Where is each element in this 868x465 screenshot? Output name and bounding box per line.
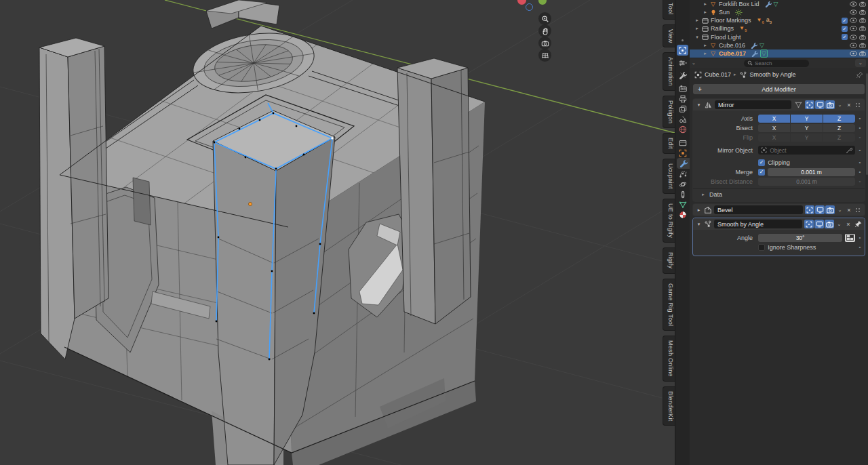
pin-icon[interactable] (856, 71, 863, 79)
pan-button[interactable] (538, 24, 551, 37)
bevel-name-field[interactable]: Bevel (714, 205, 803, 214)
camera-view-button[interactable] (538, 37, 551, 49)
toggle-edit-mode-icon[interactable] (805, 100, 814, 109)
outliner-row-flood-light[interactable]: ▾ Flood Light ✓ (690, 33, 868, 41)
outliner-row-forklift-box-lid[interactable]: ▸ ▽ Forklift Box Lid ▽ (690, 0, 868, 8)
input-attribute-toggle[interactable] (845, 234, 855, 242)
disable-render-camera-icon[interactable] (859, 9, 866, 15)
delete-modifier-icon[interactable]: × (845, 207, 853, 214)
collection-checkbox[interactable]: ✓ (842, 18, 848, 24)
filter-dropdown-button[interactable]: ⌄ (855, 59, 866, 67)
disable-render-camera-icon[interactable] (859, 1, 866, 7)
sidebar-tab-ue-to-rigify[interactable]: UE to Rigify (663, 199, 675, 243)
mirror-name-field[interactable]: Mirror (715, 100, 791, 109)
axis-z-button[interactable]: Z (823, 115, 855, 123)
ignore-sharpness-checkbox[interactable] (758, 244, 765, 251)
animate-dot[interactable]: • (855, 235, 865, 241)
display-filter-button[interactable] (677, 58, 688, 67)
extras-dropdown-icon[interactable]: ⌄ (836, 222, 842, 227)
tab-tool[interactable] (675, 70, 690, 80)
tab-scene[interactable] (675, 114, 690, 124)
disable-render-camera-icon[interactable] (859, 43, 866, 48)
merge-checkbox[interactable]: ✓ (758, 169, 765, 176)
flip-z-button[interactable]: Z (823, 134, 855, 142)
data-subpanel-header[interactable]: ▸ Data (693, 188, 865, 198)
toggle-on-cage-icon[interactable] (793, 100, 803, 109)
tab-object-constraints[interactable] (675, 189, 690, 199)
drag-handle-icon[interactable] (855, 207, 862, 213)
outliner-row-floor-markings[interactable]: ▸ Floor Markings ▼6 a3 ✓ (690, 16, 868, 24)
outliner-row-cube-016[interactable]: ▸ ▽ Cube.016 ▽ (690, 41, 868, 49)
smooth-name-field[interactable]: Smooth by Angle (714, 220, 802, 228)
flip-y-button[interactable]: Y (791, 134, 823, 142)
sidebar-tab-tool[interactable]: Tool (663, 0, 675, 20)
tab-physics[interactable] (675, 179, 690, 189)
expand-chevron-icon[interactable]: ▸ (702, 43, 709, 48)
active-vertex[interactable] (331, 137, 333, 139)
breadcrumb-object[interactable]: Cube.017 (705, 71, 731, 78)
extras-dropdown-icon[interactable]: ⌄ (837, 102, 843, 108)
tab-collection-properties[interactable] (675, 138, 690, 148)
bisect-z-button[interactable]: Z (823, 124, 855, 132)
breadcrumb-modifier[interactable]: Smooth by Angle (750, 71, 796, 78)
collection-checkbox[interactable]: ✓ (842, 34, 848, 40)
animate-dot[interactable]: • (855, 147, 865, 153)
tab-world[interactable] (675, 124, 690, 134)
bisect-distance-slider[interactable]: 0.001 m (758, 178, 855, 186)
tab-render[interactable] (675, 83, 690, 94)
hide-eye-icon[interactable] (850, 1, 857, 7)
sidebar-tab-edit[interactable]: Edit (663, 133, 675, 154)
3d-viewport[interactable]: Tool View Animation Poliigon Edit Ucupai… (0, 0, 675, 465)
sidebar-tab-mesh-online[interactable]: Mesh Online (663, 336, 675, 382)
animate-dot[interactable]: • (855, 159, 865, 165)
outliner-row-cube-017-active[interactable]: ▸ ▽ Cube.017 ▽ (690, 49, 868, 58)
expand-chevron-icon[interactable]: ▸ (702, 9, 709, 15)
perspective-toggle-button[interactable] (538, 49, 551, 62)
toggle-edit-mode-icon[interactable] (805, 205, 814, 214)
drag-handle-icon[interactable] (855, 102, 862, 108)
eyedropper-icon[interactable] (846, 147, 852, 154)
sidebar-tab-animation[interactable]: Animation (663, 52, 675, 91)
zoom-button[interactable] (538, 12, 551, 25)
pin-icon[interactable] (854, 220, 862, 228)
mirror-object-field[interactable]: Object (758, 146, 855, 155)
hide-eye-icon[interactable] (850, 35, 857, 40)
outliner-row-sun[interactable]: ▸ Sun (690, 8, 868, 16)
tab-modifier-properties-active[interactable] (677, 158, 690, 169)
toggle-realtime-icon[interactable] (815, 205, 825, 214)
animate-dot[interactable]: • (855, 115, 865, 121)
animate-dot[interactable]: • (855, 125, 865, 131)
disable-render-camera-icon[interactable] (859, 35, 866, 40)
bisect-x-button[interactable]: X (758, 124, 790, 132)
tab-object-properties[interactable] (675, 148, 690, 158)
toggle-realtime-icon[interactable] (815, 100, 825, 109)
hide-eye-icon[interactable] (850, 26, 857, 31)
tab-view-layer[interactable] (675, 104, 690, 114)
extras-dropdown-icon[interactable]: ⌄ (837, 207, 843, 213)
sidebar-tab-blenderkit[interactable]: BlenderKit (663, 386, 675, 426)
sidebar-tab-view[interactable]: View (663, 24, 675, 48)
expand-chevron-icon[interactable]: ▸ (702, 1, 709, 7)
toggle-render-icon[interactable] (825, 100, 835, 109)
hide-eye-icon[interactable] (850, 9, 857, 15)
animate-dot[interactable]: • (855, 169, 865, 175)
toggle-realtime-icon[interactable] (814, 220, 824, 228)
animate-dot[interactable]: • (855, 134, 865, 140)
toggle-render-icon[interactable] (825, 220, 834, 228)
collapse-chevron-icon[interactable]: ▾ (696, 222, 702, 227)
viewport-canvas[interactable] (0, 0, 675, 465)
disable-render-camera-icon[interactable] (859, 51, 866, 56)
tab-particles[interactable] (675, 169, 690, 179)
tab-output[interactable] (675, 94, 690, 104)
sidebar-tab-ucupaint[interactable]: Ucupaint (663, 159, 675, 194)
hide-eye-icon[interactable] (850, 43, 857, 48)
angle-value-slider[interactable]: 30° (758, 234, 842, 242)
disable-render-camera-icon[interactable] (859, 26, 866, 31)
hide-eye-icon[interactable] (850, 51, 857, 56)
sidebar-tab-rigify[interactable]: Rigify (663, 247, 675, 273)
delete-modifier-icon[interactable]: × (845, 102, 853, 108)
smooth-header[interactable]: ▾ Smooth by Angle (693, 218, 865, 230)
collapse-chevron-icon[interactable]: ▾ (696, 102, 702, 108)
mirror-header[interactable]: ▾ Mirror (693, 99, 865, 110)
toggle-render-icon[interactable] (825, 205, 835, 214)
